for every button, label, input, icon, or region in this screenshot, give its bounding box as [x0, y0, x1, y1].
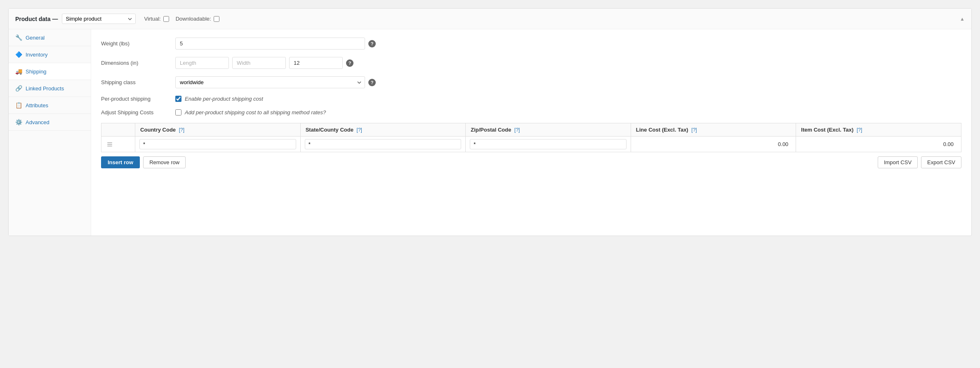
- panel-header: Product data — Simple product Grouped pr…: [9, 9, 971, 29]
- line-cost-help-link[interactable]: [?]: [691, 127, 697, 133]
- width-input[interactable]: [232, 57, 286, 69]
- sidebar-item-general[interactable]: 🔧 General: [9, 29, 91, 46]
- per-product-checkbox[interactable]: [175, 96, 181, 102]
- sidebar: 🔧 General 🔷 Inventory 🚚 Shipping 🔗 Linke…: [9, 29, 91, 236]
- list-icon: 📋: [15, 102, 22, 109]
- table-body: [101, 137, 961, 152]
- zip-postal-help-link[interactable]: [?]: [514, 127, 520, 133]
- per-product-label: Per-product shipping: [101, 96, 175, 102]
- panel-body: 🔧 General 🔷 Inventory 🚚 Shipping 🔗 Linke…: [9, 29, 971, 236]
- weight-row: Weight (lbs) ?: [101, 38, 961, 50]
- downloadable-option[interactable]: Downloadable:: [176, 16, 219, 22]
- shipping-class-row: Shipping class No shipping class worldwi…: [101, 76, 961, 88]
- adjust-checkbox[interactable]: [175, 109, 181, 116]
- shipping-class-help-icon[interactable]: ?: [368, 79, 376, 86]
- length-input[interactable]: [175, 57, 229, 69]
- item-cost-header: Item Cost (Excl. Tax) [?]: [796, 123, 961, 137]
- zip-postal-input[interactable]: [470, 139, 627, 149]
- drag-cell: [101, 137, 135, 152]
- line-cost-input[interactable]: [635, 139, 792, 149]
- table-actions: Insert row Remove row Import CSV Export …: [101, 156, 961, 168]
- product-type-select[interactable]: Simple product Grouped product External/…: [62, 14, 136, 24]
- item-cost-input[interactable]: [800, 139, 957, 149]
- sidebar-item-advanced[interactable]: ⚙️ Advanced: [9, 114, 91, 131]
- sidebar-item-linked-products[interactable]: 🔗 Linked Products: [9, 80, 91, 97]
- shipping-class-field: No shipping class worldwide ?: [175, 76, 961, 88]
- export-csv-button[interactable]: Export CSV: [921, 156, 961, 168]
- weight-help-icon[interactable]: ?: [368, 40, 376, 47]
- shipping-table: Country Code [?] State/County Code [?] Z…: [101, 123, 961, 152]
- wrench-icon: 🔧: [15, 34, 22, 41]
- adjust-label: Adjust Shipping Costs: [101, 109, 175, 116]
- adjust-checkbox-row: Add per-product shipping cost to all shi…: [175, 109, 326, 116]
- drag-handle[interactable]: [106, 142, 131, 147]
- table-header-row: Country Code [?] State/County Code [?] Z…: [101, 123, 961, 137]
- line-cost-cell: [631, 137, 796, 152]
- per-product-checkbox-row: Enable per-product shipping cost: [175, 96, 263, 102]
- adjust-checkbox-label: Add per-product shipping cost to all shi…: [185, 109, 326, 116]
- dimensions-label: Dimensions (in): [101, 60, 175, 66]
- state-county-cell: [300, 137, 466, 152]
- header-options: Virtual: Downloadable:: [144, 16, 219, 22]
- drag-header: [101, 123, 135, 137]
- shipping-class-label: Shipping class: [101, 79, 175, 85]
- downloadable-checkbox[interactable]: [214, 16, 219, 22]
- sidebar-item-label: Shipping: [26, 68, 47, 75]
- per-product-checkbox-label: Enable per-product shipping cost: [185, 96, 263, 102]
- import-csv-button[interactable]: Import CSV: [878, 156, 918, 168]
- country-code-cell: [135, 137, 301, 152]
- per-product-row: Per-product shipping Enable per-product …: [101, 96, 961, 102]
- sidebar-item-label: Linked Products: [26, 85, 64, 92]
- sidebar-item-attributes[interactable]: 📋 Attributes: [9, 97, 91, 114]
- state-county-header: State/County Code [?]: [300, 123, 466, 137]
- dimensions-help-icon[interactable]: ?: [346, 59, 353, 67]
- shipping-class-select[interactable]: No shipping class worldwide: [175, 76, 365, 88]
- country-code-input[interactable]: [139, 139, 296, 149]
- weight-label: Weight (lbs): [101, 40, 175, 47]
- height-input[interactable]: [289, 57, 343, 69]
- table-row: [101, 137, 961, 152]
- per-product-field: Enable per-product shipping cost: [175, 96, 961, 102]
- adjust-shipping-row: Adjust Shipping Costs Add per-product sh…: [101, 109, 961, 116]
- weight-input[interactable]: [175, 38, 365, 50]
- sidebar-item-label: Advanced: [26, 119, 49, 125]
- sidebar-item-shipping[interactable]: 🚚 Shipping: [9, 63, 91, 80]
- country-code-header: Country Code [?]: [135, 123, 301, 137]
- country-code-help-link[interactable]: [?]: [179, 127, 184, 133]
- weight-field: ?: [175, 38, 961, 50]
- item-cost-help-link[interactable]: [?]: [857, 127, 862, 133]
- zip-postal-header: Zip/Postal Code [?]: [466, 123, 631, 137]
- shipping-table-section: Country Code [?] State/County Code [?] Z…: [101, 123, 961, 168]
- item-cost-cell: [796, 137, 961, 152]
- collapse-arrow[interactable]: ▲: [960, 16, 965, 22]
- dimensions-field: ?: [175, 57, 961, 69]
- sidebar-item-label: General: [26, 35, 45, 41]
- truck-icon: 🚚: [15, 68, 22, 75]
- insert-row-button[interactable]: Insert row: [101, 156, 140, 168]
- sidebar-item-label: Attributes: [26, 102, 48, 109]
- virtual-checkbox[interactable]: [163, 16, 169, 22]
- zip-postal-cell: [466, 137, 631, 152]
- main-content: Weight (lbs) ? Dimensions (in) ? Shippin: [91, 29, 971, 236]
- table-head: Country Code [?] State/County Code [?] Z…: [101, 123, 961, 137]
- link-icon: 🔗: [15, 85, 22, 92]
- product-data-panel: Product data — Simple product Grouped pr…: [8, 8, 972, 236]
- dimensions-row: Dimensions (in) ?: [101, 57, 961, 69]
- table-actions-left: Insert row Remove row: [101, 156, 186, 168]
- table-actions-right: Import CSV Export CSV: [878, 156, 961, 168]
- gear-icon: ⚙️: [15, 119, 22, 125]
- adjust-field: Add per-product shipping cost to all shi…: [175, 109, 961, 116]
- virtual-option[interactable]: Virtual:: [144, 16, 169, 22]
- line-cost-header: Line Cost (Excl. Tax) [?]: [631, 123, 796, 137]
- diamond-icon: 🔷: [15, 51, 22, 58]
- state-county-input[interactable]: [305, 139, 462, 149]
- state-county-help-link[interactable]: [?]: [357, 127, 362, 133]
- sidebar-item-inventory[interactable]: 🔷 Inventory: [9, 46, 91, 63]
- sidebar-item-label: Inventory: [26, 52, 47, 58]
- remove-row-button[interactable]: Remove row: [143, 156, 186, 168]
- panel-title: Product data —: [15, 16, 58, 22]
